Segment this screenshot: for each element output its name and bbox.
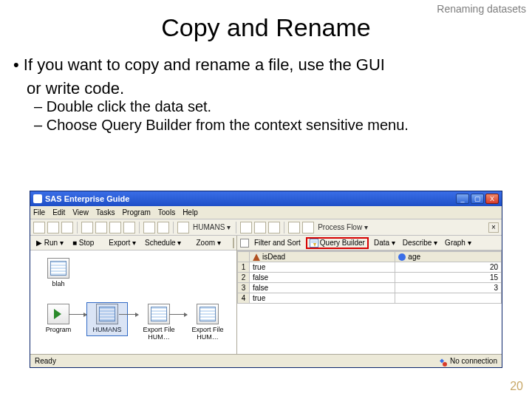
flow-arrow — [69, 314, 86, 315]
title-bar[interactable]: SAS Enterprise Guide _ ▢ X — [30, 191, 502, 206]
cell[interactable]: 15 — [395, 273, 502, 283]
process-flow-label[interactable]: Process Flow ▾ — [316, 223, 369, 231]
menu-help[interactable]: Help — [183, 208, 198, 216]
page-number: 20 — [510, 380, 523, 393]
toolbar-icon[interactable] — [81, 222, 93, 233]
selection-box — [86, 302, 128, 336]
flow-node-program[interactable]: Program — [39, 304, 78, 333]
close-tab-button[interactable]: × — [488, 222, 499, 233]
schedule-button[interactable]: Schedule ▾ — [142, 238, 184, 248]
toolbar-icon[interactable] — [254, 222, 266, 233]
separator — [173, 222, 174, 233]
toolbar-icon[interactable] — [240, 222, 252, 233]
filter-sort-button[interactable]: Filter and Sort — [252, 239, 303, 247]
stop-button[interactable]: ■ Stop — [69, 238, 97, 248]
separator — [139, 222, 140, 233]
query-builder-icon — [310, 239, 318, 248]
filter-icon — [240, 239, 249, 248]
toolbar-icon[interactable] — [95, 222, 107, 233]
toolbar-icon[interactable] — [109, 222, 121, 233]
cell[interactable]: true — [250, 262, 395, 273]
menu-view[interactable]: View — [72, 208, 89, 216]
toolbar-icon[interactable] — [268, 222, 280, 233]
menu-bar: File Edit View Tasks Program Tools Help — [30, 206, 502, 219]
toolbar-icon[interactable] — [33, 222, 45, 233]
app-icon — [33, 194, 42, 203]
toolbar-icon[interactable] — [123, 222, 135, 233]
process-flow-canvas[interactable]: blah Program HUMANS Export File HUM… — [30, 250, 236, 354]
menu-tools[interactable]: Tools — [158, 208, 175, 216]
table-row[interactable]: 4 true — [238, 293, 502, 304]
column-header-age[interactable]: age — [395, 252, 502, 262]
graph-menu[interactable]: Graph ▾ — [443, 239, 474, 247]
toolbar-icon[interactable] — [288, 222, 300, 233]
process-flow-pane: ▶ Run ▾ ■ Stop Export ▾ Schedule ▾ Zoom … — [30, 236, 237, 354]
close-button[interactable]: X — [485, 194, 499, 204]
projlog-icon[interactable] — [233, 238, 234, 248]
bullet-level1: If you want to copy and rename a file, u… — [13, 55, 519, 75]
row-number[interactable]: 1 — [238, 262, 250, 273]
corner-cell[interactable] — [238, 252, 250, 262]
row-number[interactable]: 2 — [238, 273, 250, 283]
document-dropdown[interactable]: HUMANS ▾ — [191, 223, 232, 231]
flow-node-blah[interactable]: blah — [39, 258, 78, 287]
separator — [236, 222, 236, 233]
char-column-icon — [253, 253, 260, 261]
zoom-button[interactable]: Zoom ▾ — [193, 238, 223, 248]
menu-program[interactable]: Program — [122, 208, 150, 216]
toolbar-icon[interactable] — [177, 222, 189, 233]
flow-node-label: blah — [39, 280, 78, 287]
menu-edit[interactable]: Edit — [52, 208, 65, 216]
maximize-button[interactable]: ▢ — [471, 194, 484, 204]
cell[interactable] — [395, 293, 502, 304]
cell[interactable]: 3 — [395, 283, 502, 293]
column-header-isdead[interactable]: isDead — [250, 252, 395, 262]
describe-menu[interactable]: Describe ▾ — [400, 239, 440, 247]
toolbar-icon[interactable] — [47, 222, 59, 233]
flow-arrow — [169, 314, 187, 315]
row-number[interactable]: 4 — [238, 293, 250, 304]
export-button[interactable]: Export ▾ — [106, 238, 139, 248]
separator — [284, 222, 284, 233]
toolbar-icon[interactable] — [143, 222, 155, 233]
separator — [77, 222, 78, 233]
cell[interactable]: 20 — [395, 262, 502, 273]
table-row[interactable]: 2 false 15 — [238, 273, 502, 283]
data-grid[interactable]: isDead age 1 true 20 2 false 15 3 — [237, 250, 502, 354]
cell[interactable]: true — [250, 293, 395, 304]
status-connection: No connection — [450, 357, 497, 365]
menu-tasks[interactable]: Tasks — [96, 208, 115, 216]
status-ready: Ready — [35, 357, 56, 365]
slide-header-tag: Renaming datasets — [437, 3, 526, 15]
export-icon — [197, 304, 219, 324]
dataset-icon — [47, 258, 69, 279]
data-menu[interactable]: Data ▾ — [372, 239, 398, 247]
flow-arrow — [119, 314, 138, 315]
menu-file[interactable]: File — [33, 208, 45, 216]
row-number[interactable]: 3 — [238, 283, 250, 293]
cell[interactable]: false — [250, 283, 395, 293]
cell[interactable]: false — [250, 273, 395, 283]
process-flow-icon[interactable] — [302, 222, 314, 233]
toolbar-icon[interactable] — [157, 222, 169, 233]
table-row[interactable]: 1 true 20 — [238, 262, 502, 273]
minimize-button[interactable]: _ — [456, 194, 469, 204]
flow-node-export2[interactable]: Export File HUM… — [188, 304, 227, 341]
data-pane: Filter and Sort Query Builder Data ▾ Des… — [237, 236, 502, 354]
query-builder-label: Query Builder — [320, 239, 365, 247]
application-window: SAS Enterprise Guide _ ▢ X File Edit Vie… — [30, 191, 502, 368]
flow-node-label: Program — [39, 326, 78, 333]
status-bar: Ready No connection — [30, 354, 502, 367]
connection-icon — [438, 358, 446, 365]
run-button[interactable]: ▶ Run ▾ — [33, 238, 66, 248]
bullet-level2: Double click the data set. — [34, 98, 519, 115]
bullet-list: If you want to copy and rename a file, u… — [13, 55, 519, 134]
num-column-icon — [398, 253, 406, 261]
toolbar-icon[interactable] — [61, 222, 73, 233]
slide-title: Copy and Rename — [0, 13, 532, 42]
export-icon — [148, 304, 170, 324]
flow-node-export1[interactable]: Export File HUM… — [140, 304, 178, 341]
query-builder-button[interactable]: Query Builder — [306, 237, 369, 249]
table-row[interactable]: 3 false 3 — [238, 283, 502, 293]
bullet-level1-cont: or write code. — [27, 79, 519, 98]
